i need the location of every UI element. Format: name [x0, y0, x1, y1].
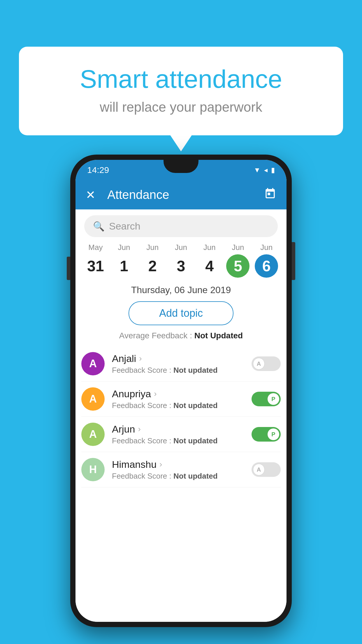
cal-month-label: Jun [167, 243, 195, 252]
phone-side-right [292, 242, 295, 280]
cal-date-label: 4 [198, 254, 221, 278]
search-icon: 🔍 [93, 221, 105, 232]
cal-month-label: May [81, 243, 110, 252]
calendar-day[interactable]: Jun4 [195, 243, 224, 278]
student-name-label: Himanshu [112, 459, 157, 470]
student-list: AAnjali›Feedback Score : Not updatedAAAn… [75, 346, 287, 487]
attendance-toggle[interactable]: A [252, 462, 281, 477]
wifi-icon: ▼ [254, 166, 261, 174]
calendar-day[interactable]: May31 [81, 243, 110, 278]
phone-side-left [67, 257, 70, 280]
content-area: 🔍 Search May31Jun1Jun2Jun3Jun4Jun5Jun6 T… [75, 209, 287, 622]
student-list-item: AArjun›Feedback Score : Not updatedP [81, 417, 281, 452]
toggle-knob: A [253, 464, 265, 475]
student-name-label: Anupriya [112, 388, 151, 400]
student-avatar: A [81, 423, 105, 446]
phone-container: 14:29 ▼ ◂ ▮ ✕ Attendance 🔍 [70, 155, 292, 627]
feedback-label: Average Feedback : [119, 331, 194, 340]
chevron-icon: › [159, 460, 162, 469]
attendance-toggle[interactable]: P [252, 427, 281, 442]
cal-date-label: 5 [226, 254, 249, 278]
selected-date: Thursday, 06 June 2019 [75, 285, 287, 295]
calendar-day[interactable]: Jun6 [252, 243, 281, 278]
cal-date-label: 1 [113, 254, 136, 278]
cal-month-label: Jun [138, 243, 167, 252]
search-bar[interactable]: 🔍 Search [84, 215, 278, 237]
student-info: Anjali›Feedback Score : Not updated [112, 353, 252, 375]
student-feedback-row: Feedback Score : Not updated [112, 401, 252, 410]
close-button[interactable]: ✕ [86, 188, 96, 202]
student-avatar: A [81, 352, 105, 375]
cal-date-label: 31 [84, 254, 107, 278]
speech-bubble-title: Smart attendance [42, 64, 320, 94]
cal-date-label: 6 [255, 254, 278, 278]
chevron-icon: › [138, 424, 140, 434]
cal-month-label: Jun [224, 243, 252, 252]
calendar-day[interactable]: Jun3 [167, 243, 195, 278]
student-info: Himanshu›Feedback Score : Not updated [112, 459, 252, 481]
student-avatar: A [81, 387, 105, 411]
status-time: 14:29 [87, 165, 109, 175]
student-avatar: H [81, 458, 105, 481]
student-feedback-row: Feedback Score : Not updated [112, 436, 252, 445]
battery-icon: ▮ [271, 166, 275, 174]
cal-month-label: Jun [195, 243, 224, 252]
speech-bubble-subtitle: will replace your paperwork [42, 99, 320, 115]
calendar-day[interactable]: Jun1 [110, 243, 138, 278]
signal-icon: ◂ [264, 166, 268, 174]
toggle-knob: A [253, 358, 265, 370]
student-name-row[interactable]: Anjali› [112, 353, 252, 364]
student-list-item: HHimanshu›Feedback Score : Not updatedA [81, 452, 281, 487]
calendar-icon[interactable] [264, 189, 276, 202]
student-name-label: Arjun [112, 424, 135, 435]
speech-bubble: Smart attendance will replace your paper… [19, 47, 343, 135]
student-name-row[interactable]: Anupriya› [112, 388, 252, 400]
student-info: Arjun›Feedback Score : Not updated [112, 424, 252, 445]
attendance-toggle[interactable]: A [252, 356, 281, 371]
attendance-toggle[interactable]: P [252, 392, 281, 406]
app-bar: ✕ Attendance [75, 180, 287, 209]
cal-month-label: Jun [110, 243, 138, 252]
app-bar-title: Attendance [107, 188, 169, 202]
student-feedback-row: Feedback Score : Not updated [112, 472, 252, 481]
calendar-day[interactable]: Jun2 [138, 243, 167, 278]
app-bar-right [264, 188, 276, 202]
toggle-knob: P [268, 428, 279, 440]
cal-date-label: 3 [169, 254, 193, 278]
student-name-label: Anjali [112, 353, 136, 364]
student-feedback-row: Feedback Score : Not updated [112, 366, 252, 375]
search-placeholder: Search [109, 220, 140, 232]
toggle-knob: P [268, 393, 279, 405]
feedback-value: Not Updated [194, 331, 243, 340]
student-name-row[interactable]: Himanshu› [112, 459, 252, 470]
chevron-icon: › [154, 389, 157, 398]
cal-date-label: 2 [141, 254, 164, 278]
student-list-item: AAnjali›Feedback Score : Not updatedA [81, 346, 281, 382]
add-topic-button[interactable]: Add topic [129, 301, 233, 325]
status-icons: ▼ ◂ ▮ [254, 166, 275, 174]
student-info: Anupriya›Feedback Score : Not updated [112, 388, 252, 410]
feedback-summary: Average Feedback : Not Updated [75, 331, 287, 340]
student-list-item: AAnupriya›Feedback Score : Not updatedP [81, 382, 281, 417]
phone-notch [164, 160, 198, 173]
cal-month-label: Jun [252, 243, 281, 252]
calendar-day[interactable]: Jun5 [224, 243, 252, 278]
phone-screen: 14:29 ▼ ◂ ▮ ✕ Attendance 🔍 [75, 160, 287, 622]
student-name-row[interactable]: Arjun› [112, 424, 252, 435]
chevron-icon: › [139, 354, 142, 363]
calendar-strip: May31Jun1Jun2Jun3Jun4Jun5Jun6 [75, 243, 287, 278]
